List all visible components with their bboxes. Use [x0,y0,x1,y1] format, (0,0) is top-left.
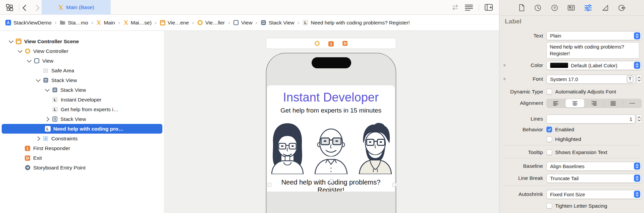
avatar-row[interactable] [267,119,395,174]
add-editor-icon[interactable] [484,4,493,11]
font-picker-icon[interactable]: T [627,76,633,82]
outline-row-label-instant-developer[interactable]: L Instant Developer [0,95,164,104]
document-outline: View Controller Scene View Controller Vi… [0,31,164,213]
disclosure-open-icon[interactable] [7,40,15,43]
dropdown-stepper-icon [634,32,640,39]
breadcrumb-item-storyboard-base[interactable]: Mai…se) [123,20,152,26]
connections-inspector-icon[interactable] [618,4,626,11]
outline-row-safe-area[interactable]: Safe Area [0,66,164,75]
breadcrumb-item-storyboard[interactable]: Main [96,20,115,26]
forward-button[interactable] [34,5,39,11]
line-break-dropdown[interactable]: Truncate Tail [546,174,642,183]
avatar-bald-man-image[interactable] [311,119,351,174]
tooltip-row: Tooltip Shows Expansion Text [499,149,644,155]
align-natural-segment[interactable] [623,99,642,108]
lines-stepper[interactable] [637,115,642,123]
align-justified-segment[interactable] [604,99,623,108]
editor-options-icon[interactable] [465,4,473,11]
xcode-file-icon [58,5,63,10]
view-icon [233,20,239,25]
view-content[interactable]: Instant Developer Get help from experts … [267,85,395,192]
file-inspector-icon[interactable] [518,4,525,11]
disclosure-open-icon[interactable] [16,50,24,52]
breadcrumb-item-label[interactable]: L Need help with coding problems? Regist… [303,20,410,26]
tighten-letter-spacing-checkbox[interactable] [546,203,552,209]
breadcrumb-item-folder[interactable]: Sta…mo [60,20,88,26]
iphone-device-frame[interactable]: Instant Developer Get help from experts … [266,53,396,213]
dynamic-type-checkbox[interactable] [546,89,552,94]
history-inspector-icon[interactable] [534,4,541,11]
outline-row-stack-view-inner[interactable]: Stack View [0,85,164,95]
selection-handle-left[interactable] [268,183,271,187]
related-items-icon[interactable] [5,3,13,11]
breadcrumb-separator: › [298,19,300,26]
dropdown-stepper-icon [634,163,640,170]
inspector-divider [503,186,641,186]
autoshrink-dropdown[interactable]: Fixed Font Size [546,190,642,199]
font-size-stepper[interactable] [637,75,642,83]
outline-row-first-responder[interactable]: 1 First Responder [0,143,164,153]
enabled-checkbox[interactable] [546,127,552,132]
shows-expansion-text-checkbox[interactable] [546,149,552,155]
outline-row-label-get-help[interactable]: L Get help from experts i… [0,104,164,114]
disclosure-open-icon[interactable] [43,89,52,91]
view-controller-dock-icon[interactable] [315,41,320,46]
outline-row-stack-view-horizontal[interactable]: Stack View [0,114,164,124]
disclosure-open-icon[interactable] [34,79,43,81]
attributes-inspector-icon[interactable] [584,4,592,11]
identity-inspector-icon[interactable] [568,4,575,11]
size-inspector-icon[interactable] [602,4,609,11]
toolbar-divider [19,3,19,11]
color-row: + Color Default (Label Color) [499,61,644,70]
lines-field[interactable]: 1 [546,115,635,124]
disclosure-closed-icon[interactable] [34,137,43,140]
tab-main-base[interactable]: Main (Base) [42,0,111,15]
selection-handle-top[interactable] [330,179,333,183]
align-right-segment[interactable] [585,99,603,108]
scene-icon [15,39,21,44]
breadcrumb-item-project[interactable]: StackViewDemo [5,20,51,26]
exit-dock-icon[interactable] [342,41,347,46]
code-review-icon[interactable] [451,4,459,11]
text-type-dropdown[interactable]: Plain [546,31,642,40]
avatar-woman-image[interactable] [268,119,307,174]
outline-row-constraints[interactable]: Constraints [0,134,164,143]
view-icon [34,58,40,64]
app-icon [5,20,11,25]
breadcrumb-item-scene[interactable]: Vie…ene [160,20,189,26]
outline-row-view-controller[interactable]: View Controller [0,46,164,56]
align-left-segment[interactable] [546,99,565,108]
attributes-inspector: ? Label [499,0,644,213]
color-dropdown[interactable]: Default (Label Color) [546,61,642,70]
text-value-field[interactable]: Need help with coding problems? Register… [546,42,639,59]
outline-row-stack-view-outer[interactable]: Stack View [0,75,164,85]
highlighted-checkbox[interactable] [546,136,552,142]
outline-row-label-need-help[interactable]: L Need help with coding pro… [2,124,162,134]
back-button[interactable] [23,5,28,11]
app-title-label[interactable]: Instant Developer [267,90,395,104]
editor-toolbar: Main (Base) [0,0,499,15]
font-field[interactable]: System 17.0 T [546,75,635,84]
disclosure-closed-icon[interactable] [43,118,52,121]
outline-row-scene[interactable]: View Controller Scene [0,37,164,46]
baseline-dropdown[interactable]: Align Baselines [546,162,642,171]
breadcrumb-item-stack-view[interactable]: Stack View [261,20,294,26]
disclosure-open-icon[interactable] [25,60,34,62]
breadcrumb-item-view[interactable]: View [233,20,252,26]
outline-row-exit[interactable]: Exit [0,153,164,163]
interface-builder-canvas[interactable]: 1 Instant Developer Get help from expert… [165,31,499,213]
outline-row-view[interactable]: View [0,56,164,66]
quick-help-inspector-icon[interactable]: ? [551,4,558,11]
selection-handle-right[interactable] [392,183,396,187]
safe-area-icon [43,68,49,73]
app-subtitle-label[interactable]: Get help from experts in 15 minutes [267,107,395,114]
first-responder-dock-icon[interactable]: 1 [328,41,334,47]
scene-dock: 1 [266,38,396,49]
align-center-segment[interactable] [566,99,584,108]
selection-handle-bottom[interactable] [330,185,333,188]
add-font-attribute-button[interactable]: + [503,76,506,82]
outline-row-entry-point[interactable]: Storyboard Entry Point [0,163,164,172]
breadcrumb-item-view-controller[interactable]: Vie…ller [197,20,225,26]
add-color-attribute-button[interactable]: + [503,62,506,69]
avatar-bearded-man-image[interactable] [355,119,394,174]
